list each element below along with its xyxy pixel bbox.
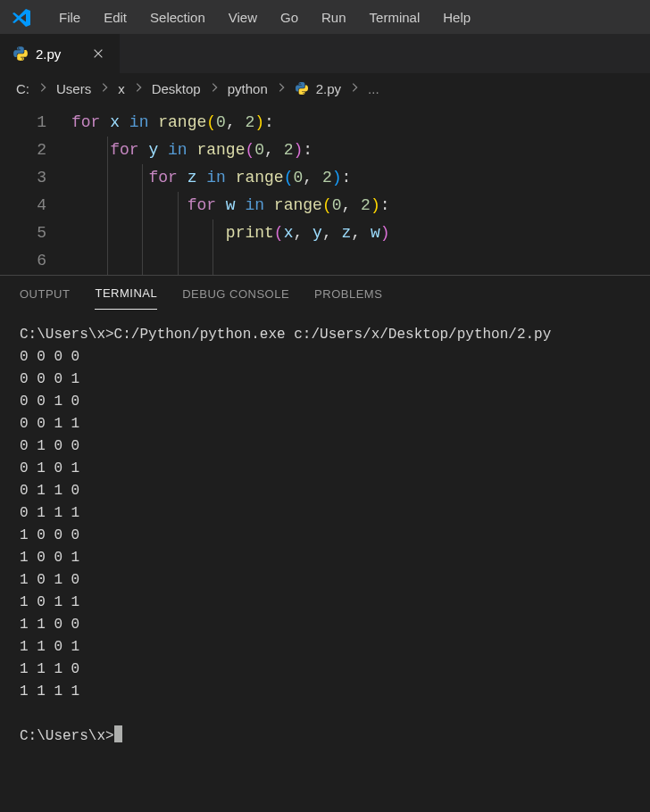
- panel-tab-debug-console[interactable]: DEBUG CONSOLE: [182, 278, 289, 310]
- line-number: 6: [0, 247, 46, 275]
- line-number: 5: [0, 220, 46, 247]
- close-icon[interactable]: [89, 45, 107, 62]
- breadcrumb-item[interactable]: python: [228, 81, 268, 96]
- chevron-right-icon: [132, 81, 145, 96]
- menu-file[interactable]: File: [48, 4, 91, 30]
- chevron-right-icon: [37, 81, 49, 96]
- breadcrumb-item[interactable]: Users: [56, 81, 91, 96]
- menu-items: FileEditSelectionViewGoRunTerminalHelp: [48, 4, 481, 30]
- chevron-right-icon: [98, 81, 111, 96]
- line-number: 2: [0, 137, 46, 164]
- tab-2py[interactable]: 2.py: [0, 34, 121, 73]
- panel-tab-problems[interactable]: PROBLEMS: [314, 278, 382, 310]
- line-number: 4: [0, 192, 46, 220]
- menu-view[interactable]: View: [218, 4, 268, 30]
- code-line[interactable]: for w in range(0, 2):: [71, 192, 650, 220]
- chevron-right-icon: [208, 81, 221, 96]
- menu-terminal[interactable]: Terminal: [359, 4, 431, 30]
- panel-tabs: OUTPUTTERMINALDEBUG CONSOLEPROBLEMS: [0, 276, 650, 311]
- menubar: FileEditSelectionViewGoRunTerminalHelp: [0, 0, 650, 34]
- menu-go[interactable]: Go: [270, 4, 309, 30]
- terminal-output: C:\Users\x>C:/Python/python.exe c:/Users…: [20, 327, 551, 700]
- tab-label: 2.py: [36, 46, 61, 62]
- chevron-right-icon: [348, 81, 361, 96]
- breadcrumb-item[interactable]: Desktop: [152, 81, 201, 96]
- menu-selection[interactable]: Selection: [139, 4, 216, 30]
- python-icon: [295, 81, 309, 95]
- menu-help[interactable]: Help: [432, 4, 481, 30]
- breadcrumb-item[interactable]: x: [118, 81, 125, 96]
- breadcrumb-item[interactable]: ...: [368, 81, 379, 96]
- gutter: 123456: [0, 109, 71, 275]
- terminal-cursor: [114, 725, 122, 742]
- menu-run[interactable]: Run: [311, 4, 357, 30]
- panel-tab-terminal[interactable]: TERMINAL: [95, 278, 157, 310]
- code-line[interactable]: for z in range(0, 2):: [71, 164, 650, 192]
- breadcrumb[interactable]: C:UsersxDesktoppython2.py...: [0, 73, 650, 104]
- editor[interactable]: 123456 for x in range(0, 2): for y in ra…: [0, 104, 650, 275]
- breadcrumb-item[interactable]: C:: [16, 81, 29, 96]
- terminal-prompt: C:\Users\x>: [20, 728, 114, 744]
- chevron-right-icon: [275, 81, 288, 96]
- code-line[interactable]: for y in range(0, 2):: [71, 137, 650, 164]
- menu-edit[interactable]: Edit: [93, 4, 138, 30]
- line-number: 3: [0, 164, 46, 192]
- panel-tab-output[interactable]: OUTPUT: [20, 278, 70, 310]
- code-area[interactable]: for x in range(0, 2): for y in range(0, …: [71, 109, 650, 275]
- code-line[interactable]: for x in range(0, 2):: [71, 109, 650, 137]
- panel: OUTPUTTERMINALDEBUG CONSOLEPROBLEMS C:\U…: [0, 275, 650, 760]
- vscode-logo-icon: [9, 4, 34, 29]
- terminal-content[interactable]: C:\Users\x>C:/Python/python.exe c:/Users…: [0, 311, 650, 760]
- python-icon: [12, 46, 29, 62]
- breadcrumb-item[interactable]: 2.py: [316, 81, 341, 96]
- code-line[interactable]: print(x, y, z, w): [71, 220, 650, 247]
- line-number: 1: [0, 109, 46, 137]
- tabs-bar: 2.py: [0, 34, 650, 73]
